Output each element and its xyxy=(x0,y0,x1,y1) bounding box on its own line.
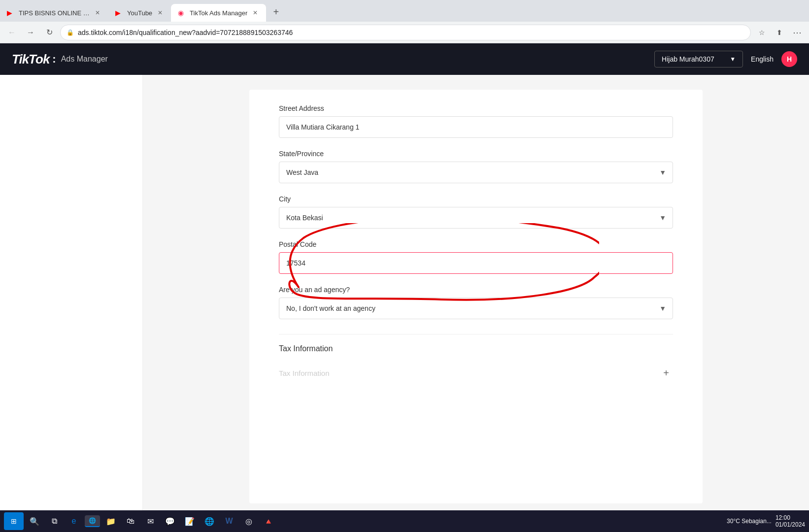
notes-button[interactable]: 📝 xyxy=(181,512,199,530)
tax-info-label: Tax Information xyxy=(279,369,330,377)
sidebar xyxy=(0,75,143,518)
street-address-label: Street Address xyxy=(279,104,673,112)
account-name: Hijab Murah0307 xyxy=(662,55,714,63)
back-button[interactable]: ← xyxy=(4,25,20,40)
tax-section-title: Tax Information xyxy=(279,344,673,353)
tab-close-3[interactable]: ✕ xyxy=(251,9,259,17)
form-container: Street Address State/Province West Java … xyxy=(249,90,703,503)
language-selector[interactable]: English xyxy=(751,55,774,63)
mail-button[interactable]: ✉ xyxy=(141,512,159,530)
agency-select-wrapper: No, I don't work at an agency ▼ xyxy=(279,298,673,319)
tab-favicon-2: ▶ xyxy=(115,9,123,17)
tab-close-2[interactable]: ✕ xyxy=(156,9,164,17)
taskbar: ⊞ 🔍 ⧉ e 🌐 📁 🛍 ✉ 💬 📝 🌐 W ◎ 🔺 30°C Sebagia… xyxy=(0,510,809,532)
header-right: Hijab Murah0307 ▼ English H xyxy=(654,51,797,67)
street-address-section: Street Address xyxy=(279,104,673,138)
share-button[interactable]: ⬆ xyxy=(772,25,787,40)
tab-title-2: YouTube xyxy=(127,9,152,17)
city-value: Kota Bekasi xyxy=(286,214,323,222)
tab-favicon-3: ◉ xyxy=(178,9,186,17)
account-chevron-icon: ▼ xyxy=(730,56,736,63)
vlc-button[interactable]: 🔺 xyxy=(260,512,277,530)
postal-code-input[interactable] xyxy=(279,252,673,274)
logo-colon: : xyxy=(52,53,56,66)
more-button[interactable]: ⋯ xyxy=(789,25,805,40)
browser-tabs: ▶ TIPS BISNIS ONLINE – YouTube ✕ ▶ YouTu… xyxy=(0,0,809,22)
toolbar-actions: ☆ ⬆ ⋯ xyxy=(754,25,805,40)
address-bar[interactable]: 🔒 ads.tiktok.com/i18n/qualification_new?… xyxy=(60,25,751,40)
temperature: 30°C xyxy=(727,518,740,525)
tiktok-logo-icon: TikTok xyxy=(12,52,49,67)
city-select[interactable]: Kota Bekasi xyxy=(279,207,673,229)
tab-title-3: TikTok Ads Manager xyxy=(190,9,247,17)
tab-youtube[interactable]: ▶ YouTube ✕ xyxy=(108,4,171,22)
chrome-icon: 🌐 xyxy=(89,517,96,524)
tab-favicon-1: ▶ xyxy=(7,9,15,17)
postal-code-section: Postal Code xyxy=(279,240,673,274)
street-address-input[interactable] xyxy=(279,116,673,138)
bookmark-button[interactable]: ☆ xyxy=(754,25,770,40)
search-taskbar-button[interactable]: 🔍 xyxy=(26,512,43,530)
tab-tiktok-ads[interactable]: ◉ TikTok Ads Manager ✕ xyxy=(171,4,266,22)
weather-info: 30°C Sebagian... xyxy=(727,518,772,525)
media-button[interactable]: ◎ xyxy=(240,512,258,530)
word-button[interactable]: W xyxy=(220,512,238,530)
tab-title-1: TIPS BISNIS ONLINE – YouTube xyxy=(19,9,90,17)
user-avatar[interactable]: H xyxy=(781,51,797,67)
edge-taskbar-button[interactable]: e xyxy=(65,512,83,530)
ads-manager-text: Ads Manager xyxy=(61,55,108,64)
city-section: City Kota Bekasi ▼ xyxy=(279,195,673,229)
taskbar-right: 30°C Sebagian... 12:0001/01/2024 xyxy=(727,514,805,528)
postal-code-label: Postal Code xyxy=(279,240,673,248)
browser-toolbar: ← → ↻ 🔒 ads.tiktok.com/i18n/qualificatio… xyxy=(0,22,809,43)
forward-button[interactable]: → xyxy=(23,25,38,40)
agency-value: No, I don't work at an agency xyxy=(286,304,375,312)
tiktok-logo: TikTok : Ads Manager xyxy=(12,52,108,67)
url-text: ads.tiktok.com/i18n/qualification_new?aa… xyxy=(78,29,744,36)
store-button[interactable]: 🛍 xyxy=(122,512,139,530)
state-value: West Java xyxy=(286,168,318,176)
agency-label: Are you an ad agency? xyxy=(279,286,673,294)
address-lock-icon: 🔒 xyxy=(67,29,74,36)
start-button[interactable]: ⊞ xyxy=(4,512,24,530)
city-select-wrapper: Kota Bekasi ▼ xyxy=(279,207,673,229)
taskbar-clock: 12:0001/01/2024 xyxy=(775,514,805,528)
tax-header[interactable]: Tax Information + xyxy=(279,361,673,385)
agency-section: Are you an ad agency? No, I don't work a… xyxy=(279,286,673,319)
state-select-wrapper: West Java ▼ xyxy=(279,162,673,183)
new-tab-button[interactable]: + xyxy=(268,4,284,20)
city-label: City xyxy=(279,195,673,203)
tax-add-button[interactable]: + xyxy=(659,366,673,380)
weather-desc: Sebagian... xyxy=(742,518,772,525)
refresh-button[interactable]: ↻ xyxy=(41,25,57,40)
chrome2-button[interactable]: 🌐 xyxy=(201,512,218,530)
file-explorer-button[interactable]: 📁 xyxy=(102,512,120,530)
page-layout: Street Address State/Province West Java … xyxy=(0,75,809,518)
whatsapp-button[interactable]: 💬 xyxy=(161,512,179,530)
tab-close-1[interactable]: ✕ xyxy=(94,9,101,17)
tab-tips-bisnis[interactable]: ▶ TIPS BISNIS ONLINE – YouTube ✕ xyxy=(0,4,108,22)
content-area: Street Address State/Province West Java … xyxy=(143,75,809,518)
account-selector[interactable]: Hijab Murah0307 ▼ xyxy=(654,51,743,67)
state-label: State/Province xyxy=(279,150,673,158)
state-select[interactable]: West Java xyxy=(279,162,673,183)
task-view-button[interactable]: ⧉ xyxy=(45,512,63,530)
windows-icon: ⊞ xyxy=(11,517,17,525)
tax-section: Tax Information Tax Information + xyxy=(279,334,673,385)
app-header: TikTok : Ads Manager Hijab Murah0307 ▼ E… xyxy=(0,43,809,75)
chrome-taskbar-app[interactable]: 🌐 xyxy=(85,515,100,527)
agency-select[interactable]: No, I don't work at an agency xyxy=(279,298,673,319)
state-section: State/Province West Java ▼ xyxy=(279,150,673,183)
